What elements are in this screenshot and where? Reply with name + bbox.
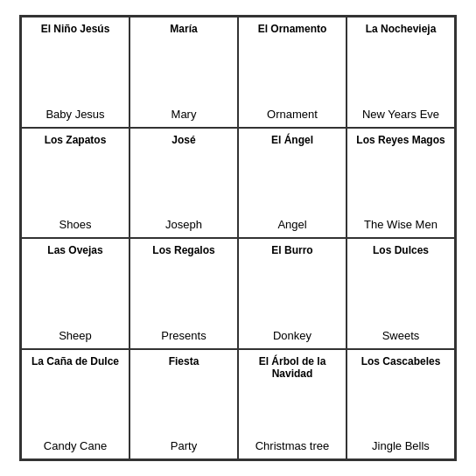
- cell-spanish-text: José: [172, 134, 195, 146]
- cell-english-text: Jingle Bells: [372, 439, 430, 453]
- cell-english-text: Christmas tree: [256, 439, 330, 453]
- cell-spanish-text: Los Zapatos: [45, 134, 107, 146]
- cell-english-text: Baby Jesus: [46, 108, 104, 122]
- cell-english-text: The Wise Men: [364, 218, 438, 232]
- cell-spanish-text: Fiesta: [169, 355, 200, 368]
- bingo-cell: El Árbol de la NavidadChristmas tree: [238, 349, 346, 460]
- bingo-cell: FiestaParty: [130, 349, 238, 460]
- bingo-cell: Los ZapatosShoes: [21, 128, 130, 239]
- cell-spanish-text: El Niño Jesús: [41, 23, 110, 35]
- cell-english-text: Shoes: [60, 218, 92, 232]
- bingo-cell: El BurroDonkey: [238, 238, 346, 349]
- bingo-cell: La Caña de DulceCandy Cane: [21, 349, 130, 460]
- cell-english-text: Joseph: [165, 218, 202, 232]
- cell-spanish-text: María: [170, 23, 197, 35]
- cell-spanish-text: El Ornamento: [258, 23, 327, 35]
- cell-english-text: New Years Eve: [362, 108, 439, 122]
- bingo-cell: Los CascabelesJingle Bells: [346, 349, 455, 460]
- bingo-cell: El OrnamentoOrnament: [238, 17, 346, 128]
- bingo-cell: La NocheviejaNew Years Eve: [346, 17, 455, 128]
- cell-english-text: Donkey: [273, 329, 312, 343]
- cell-spanish-text: Los Reyes Magos: [356, 134, 444, 146]
- bingo-cell: MaríaMary: [130, 17, 238, 128]
- cell-english-text: Ornament: [267, 108, 318, 122]
- bingo-cell: El ÁngelAngel: [238, 128, 346, 239]
- cell-spanish-text: Las Ovejas: [47, 244, 102, 256]
- bingo-cell: Los DulcesSweets: [346, 238, 455, 349]
- cell-english-text: Angel: [277, 218, 306, 232]
- cell-english-text: Candy Cane: [44, 439, 107, 453]
- cell-spanish-text: El Ángel: [271, 134, 313, 146]
- cell-spanish-text: El Burro: [271, 244, 312, 256]
- bingo-cell: Los Reyes MagosThe Wise Men: [346, 128, 455, 239]
- cell-english-text: Presents: [161, 329, 206, 343]
- cell-english-text: Party: [171, 439, 197, 453]
- cell-english-text: Sheep: [59, 329, 92, 343]
- bingo-cell: Las OvejasSheep: [21, 238, 130, 349]
- cell-spanish-text: Los Regalos: [152, 244, 214, 256]
- bingo-cell: El Niño JesúsBaby Jesus: [21, 17, 130, 128]
- cell-english-text: Mary: [172, 108, 197, 122]
- cell-spanish-text: La Nochevieja: [366, 23, 437, 35]
- cell-spanish-text: Los Cascabeles: [361, 355, 441, 368]
- bingo-cell: JoséJoseph: [130, 128, 238, 239]
- cell-spanish-text: La Caña de Dulce: [32, 355, 119, 368]
- cell-spanish-text: El Árbol de la Navidad: [242, 355, 342, 381]
- bingo-grid: El Niño JesúsBaby JesusMaríaMaryEl Ornam…: [19, 15, 457, 461]
- cell-english-text: Sweets: [382, 329, 420, 343]
- bingo-cell: Los RegalosPresents: [130, 238, 238, 349]
- cell-spanish-text: Los Dulces: [373, 244, 429, 256]
